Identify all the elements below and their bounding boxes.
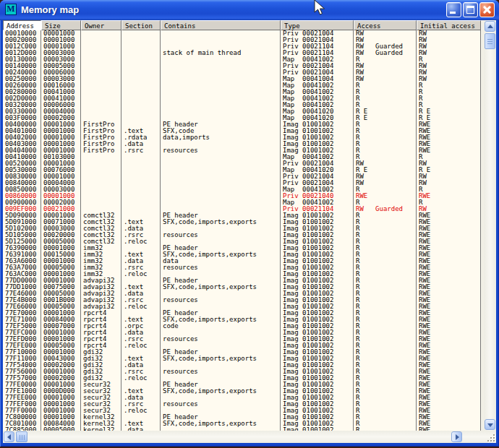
maximize-button[interactable] bbox=[463, 2, 478, 17]
table-row[interactable]: 5D12500000005000comctl32.relocImag 01001… bbox=[3, 238, 481, 245]
cell-size: 00071000 bbox=[41, 219, 81, 225]
column-header-size[interactable]: Size bbox=[41, 20, 81, 30]
table-row[interactable]: 77F5600000001000gdi32.rsrcresourcesImag … bbox=[3, 369, 481, 375]
table-row[interactable]: 0090000000002000Map 00041002RR bbox=[3, 199, 481, 206]
scroll-up-button[interactable] bbox=[485, 21, 495, 32]
cell-owner: advapi32 bbox=[81, 284, 121, 290]
table-row[interactable]: 77E4600000005000advapi32.dataImag 010010… bbox=[3, 290, 481, 297]
cell-access: R bbox=[354, 349, 417, 356]
cell-type: Imag 01001002 bbox=[281, 238, 354, 245]
table-row[interactable]: 0012D00000003000stack of main threadPriv… bbox=[3, 50, 481, 56]
table-row[interactable]: 7639000000001000imm32PE headerImag 01001… bbox=[3, 245, 481, 251]
table-row[interactable]: 77FE10000000D000secur32.textSFX,code,imp… bbox=[3, 388, 481, 395]
table-row[interactable]: 0001000000001000Priv 00021004RWRW bbox=[3, 30, 481, 37]
vertical-scroll-thumb[interactable] bbox=[485, 33, 495, 49]
cell-owner: secur32 bbox=[81, 382, 121, 388]
column-header-owner[interactable]: Owner bbox=[81, 20, 121, 30]
table-row[interactable]: 0025000000003000Map 00041004RWRW bbox=[3, 76, 481, 82]
cell-section: .rsrc bbox=[121, 401, 161, 408]
scroll-down-button[interactable] bbox=[485, 419, 495, 430]
table-row[interactable]: 77F5700000002000gdi32.relocImag 01001002… bbox=[3, 375, 481, 382]
table-row[interactable]: 0024000000006000Priv 00021004RWRW bbox=[3, 69, 481, 76]
table-row[interactable]: 009EF00000021000Priv 00021104RW GuardedR… bbox=[3, 206, 481, 212]
table-row[interactable]: 77FEE00000001000secur32.dataImag 0100100… bbox=[3, 395, 481, 401]
column-header-address[interactable]: Address bbox=[3, 20, 41, 30]
table-row[interactable]: 0014000000005000Priv 00021004RWRW bbox=[3, 63, 481, 69]
scroll-left-button[interactable] bbox=[4, 431, 14, 442]
chevron-left-icon bbox=[7, 434, 11, 440]
table-row[interactable]: 5D10200000003000comctl32.dataImag 010010… bbox=[3, 225, 481, 232]
table-row[interactable]: 0028000000041000Map 00041002RR bbox=[3, 89, 481, 95]
cell-owner: FirstPro bbox=[81, 147, 121, 154]
table-row[interactable]: 0086000000001000Priv 00021040RWERWE bbox=[3, 193, 481, 199]
table-row[interactable]: 0052000000001000Priv 00021004RWRW bbox=[3, 160, 481, 167]
close-button[interactable] bbox=[479, 2, 495, 17]
cell-type: Map 00041002 bbox=[281, 102, 354, 108]
table-row[interactable]: 0085000000003000Map 00041002RR bbox=[3, 186, 481, 193]
cell-owner bbox=[81, 108, 121, 115]
table-row[interactable]: 5D10500000020000comctl32.rsrcresourcesIm… bbox=[3, 232, 481, 238]
table-row[interactable]: 77EFE00000005000rpcrt4.relocImag 0100100… bbox=[3, 343, 481, 349]
table-row[interactable]: 77E7000000001000rpcrt4PE headerImag 0100… bbox=[3, 310, 481, 316]
cell-contains: SFX,code,imports,exports bbox=[161, 316, 281, 323]
cell-initial_access: R bbox=[417, 89, 481, 95]
table-row[interactable]: 77EF500000007000rpcrt4.orpccodeImag 0100… bbox=[3, 323, 481, 329]
resize-grip[interactable] bbox=[486, 433, 495, 442]
table-row[interactable]: 77FF000000001000secur32.relocImag 010010… bbox=[3, 408, 481, 414]
cell-owner bbox=[81, 206, 121, 212]
cell-contains: SFX,code,imports,exports bbox=[161, 421, 281, 427]
table-row[interactable]: 0012C00000001000Priv 00021104RW GuardedR… bbox=[3, 43, 481, 50]
table-row[interactable]: 77F1000000001000gdi32PE headerImag 01001… bbox=[3, 349, 481, 356]
horizontal-scroll-thumb[interactable] bbox=[16, 431, 27, 442]
table-row[interactable]: 77E4B0000001B000advapi32.rsrcresourcesIm… bbox=[3, 297, 481, 303]
table-row[interactable]: 0040000000001000FirstProPE headerImag 01… bbox=[3, 121, 481, 128]
table-row[interactable]: 0026000000016000Map 00041002RR bbox=[3, 82, 481, 89]
horizontal-scrollbar[interactable] bbox=[3, 431, 496, 443]
table-row[interactable]: 77EFD00000001000rpcrt4.rsrcresourcesImag… bbox=[3, 336, 481, 343]
table-row[interactable]: 0053000000076000Map 00041020R ER E bbox=[3, 167, 481, 173]
scroll-right-button[interactable] bbox=[451, 431, 462, 442]
table-row[interactable]: 77FEF00000001000secur32.rsrcresourcesIma… bbox=[3, 401, 481, 408]
table-row[interactable]: 7C80100000084000kernel32.textSFX,code,im… bbox=[3, 421, 481, 427]
column-header-section[interactable]: Section bbox=[121, 20, 161, 30]
table-row[interactable]: 0013000000003000Map 00041002RR bbox=[3, 56, 481, 63]
table-row[interactable]: 0032000000006000Map 00041002RR bbox=[3, 102, 481, 108]
table-row[interactable]: 763AC00000001000imm32.relocImag 01001002… bbox=[3, 271, 481, 277]
table-row[interactable]: 77DD100000075000advapi32.textSFX,code,im… bbox=[3, 284, 481, 290]
cell-contains bbox=[161, 56, 281, 63]
table-row[interactable]: 0040100000001000FirstPro.textSFX,codeIma… bbox=[3, 128, 481, 134]
table-row[interactable]: 0033000000004000Map 00041020R ER E bbox=[3, 108, 481, 115]
column-header-access[interactable]: Access bbox=[354, 20, 417, 30]
titlebar[interactable]: M Memory map bbox=[0, 0, 499, 20]
table-row[interactable]: 0040300000001000FirstPro.dataImag 010010… bbox=[3, 141, 481, 147]
table-row[interactable]: 002D000000041000Map 00041002RR bbox=[3, 95, 481, 102]
table-row[interactable]: 5D09100000071000comctl32.textSFX,code,im… bbox=[3, 219, 481, 225]
table-row[interactable]: 0040400000001000FirstPro.rsrcresourcesIm… bbox=[3, 147, 481, 154]
table-row[interactable]: 763A700000005000imm32.rsrcresourcesImag … bbox=[3, 264, 481, 271]
table-row[interactable]: 7C80000000001000kernel32PE headerImag 01… bbox=[3, 414, 481, 421]
table-row[interactable]: 77F1100000043000gdi32.textSFX,code,impor… bbox=[3, 356, 481, 362]
table-row[interactable]: 77E6600000005000advapi32.relocImag 01001… bbox=[3, 303, 481, 310]
table-row[interactable]: 77FE000000001000secur32PE headerImag 010… bbox=[3, 382, 481, 388]
table-row[interactable]: 763A600000001000imm32.datadataImag 01001… bbox=[3, 258, 481, 264]
table-row[interactable]: 003F000000002000Map 00041020R ER E bbox=[3, 115, 481, 121]
cell-type: Imag 01001002 bbox=[281, 362, 354, 369]
column-header-type[interactable]: Type bbox=[281, 20, 354, 30]
cell-size: 00084000 bbox=[41, 421, 81, 427]
column-header-contains[interactable]: Contains bbox=[161, 20, 281, 30]
table-row[interactable]: 0002000000001000Priv 00021004RWRW bbox=[3, 37, 481, 43]
table-row[interactable]: 0083000000001000Priv 00021004RWRW bbox=[3, 173, 481, 180]
vertical-scrollbar[interactable] bbox=[484, 20, 496, 431]
table-row[interactable]: 0084000000004000Priv 00021004RWRW bbox=[3, 180, 481, 186]
table-row[interactable]: 7639100000015000imm32.textSFX,code,impor… bbox=[3, 251, 481, 258]
table-row[interactable]: 77E7100000084000rpcrt4.textSFX,code,impo… bbox=[3, 316, 481, 323]
cell-type: Priv 00021004 bbox=[281, 160, 354, 167]
table-row[interactable]: 77DD000000001000advapi32PE headerImag 01… bbox=[3, 277, 481, 284]
table-row[interactable]: 0040200000001000FirstPro.rdatadata,impor… bbox=[3, 134, 481, 141]
column-header-initial_access[interactable]: Initial access bbox=[417, 20, 481, 30]
table-row[interactable]: 5D09000000001000comctl32PE headerImag 01… bbox=[3, 212, 481, 219]
minimize-button[interactable] bbox=[446, 2, 461, 17]
table-row[interactable]: 0041000000103000Map 00041002RR bbox=[3, 154, 481, 160]
table-row[interactable]: 77EFC00000001000rpcrt4.dataImag 01001002… bbox=[3, 329, 481, 336]
table-row[interactable]: 77F5400000002000gdi32.dataImag 01001002R… bbox=[3, 362, 481, 369]
